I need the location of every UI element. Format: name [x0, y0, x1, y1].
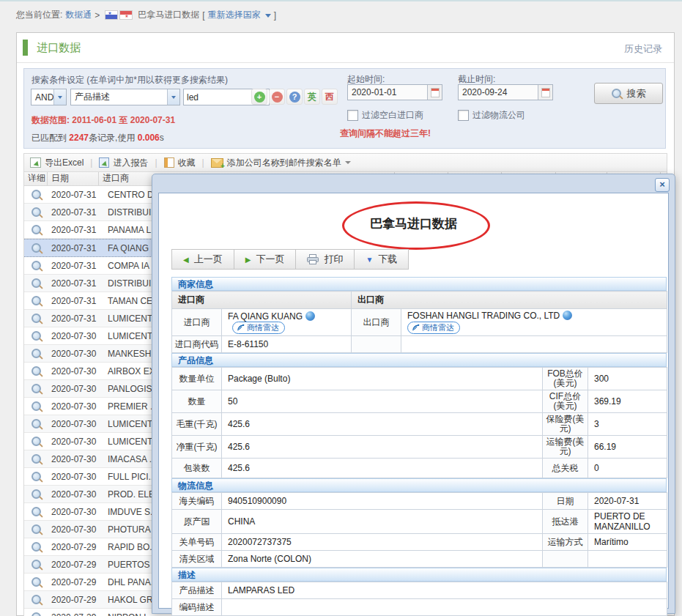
prev-page-button[interactable]: ◀ 上一页 [171, 249, 234, 270]
calendar-icon[interactable] [538, 85, 552, 100]
mail-icon [211, 158, 223, 168]
bracket-open: [ [202, 10, 204, 21]
magnifier-icon[interactable] [31, 190, 41, 199]
breadcrumb-separator: > [94, 10, 100, 21]
magnifier-icon[interactable] [31, 419, 41, 428]
modal-title: 巴拿马进口数据 [159, 215, 668, 232]
results-toolbar: 导出Excel | 进入报告 | 收藏 | 添加公司名称到邮件搜索名单 [24, 154, 667, 172]
download-button[interactable]: ▼ 下载 [354, 249, 409, 270]
globe-icon[interactable] [305, 311, 315, 321]
checkbox-filter-logistics[interactable] [458, 110, 469, 121]
next-page-button[interactable]: ▶ 下一页 [234, 249, 297, 270]
printer-icon [307, 254, 319, 264]
magnifier-icon[interactable] [31, 489, 41, 499]
bool-operator-select[interactable]: AND [31, 89, 67, 105]
magnifier-icon[interactable] [31, 542, 41, 552]
chevron-down-icon [167, 89, 179, 105]
magnifier-icon[interactable] [31, 612, 41, 616]
magnifier-icon[interactable] [31, 524, 41, 534]
close-icon[interactable]: × [655, 178, 670, 192]
exporter-value: FOSHAN HANGLI TRADING CO., LTD 商情雷达 [401, 309, 667, 336]
magnifier-icon[interactable] [31, 243, 41, 253]
question-icon: ? [289, 92, 300, 103]
magnifier-icon[interactable] [31, 278, 41, 288]
magnifier-icon[interactable] [31, 454, 41, 464]
magnifier-icon[interactable] [31, 296, 41, 305]
logistics-table: 海关编码940510900090日期2020-07-31 原产国CHINA抵达港… [171, 492, 667, 568]
search-button[interactable]: 搜索 [594, 83, 663, 104]
breadcrumb: 您当前位置: 数据通 > ★ ★ 巴拿马进口数据 [ 重新选择国家 ] [16, 9, 276, 21]
product-table: 数量单位Package (Bulto)FOB总价(美元)300 数量50CIF总… [171, 367, 667, 478]
search-panel: 搜索条件设定 (在单词中加*用以获得更多搜索结果) AND 产品描述 + − ?… [23, 68, 666, 149]
add-condition-button[interactable]: + [251, 89, 267, 105]
magnifier-icon[interactable] [31, 384, 41, 393]
magnifier-icon[interactable] [31, 401, 41, 411]
magnifier-icon[interactable] [31, 577, 41, 587]
favorite-icon [164, 157, 174, 168]
plus-icon: + [254, 92, 265, 103]
magnifier-icon[interactable] [31, 313, 41, 323]
calendar-icon[interactable] [427, 85, 442, 100]
magnifier-icon[interactable] [31, 437, 41, 446]
minus-icon: − [272, 92, 283, 103]
importer-code-label: 进口商代码 [172, 336, 222, 353]
magnifier-icon[interactable] [31, 349, 41, 358]
caret-down-icon [345, 161, 351, 167]
accent-bar [23, 40, 28, 56]
matched-count-text: 已匹配到 2247条记录,使用 0.006s [31, 132, 164, 144]
search-icon [612, 89, 621, 98]
excel-icon [30, 157, 41, 168]
magnifier-icon[interactable] [31, 261, 41, 270]
checkbox-filter-blank-importer[interactable] [347, 110, 358, 121]
caret-down-icon[interactable] [265, 14, 271, 21]
exporter-label: 出口商 [352, 309, 401, 336]
column-header-date[interactable]: 日期 [48, 172, 99, 185]
download-icon: ▼ [366, 256, 373, 264]
end-date-input[interactable]: 2020-09-24 [458, 84, 553, 100]
range-warning-text: 查询间隔不能超过三年! [340, 127, 431, 140]
magnifier-icon[interactable] [31, 207, 41, 217]
lang-english-button[interactable]: 英 [304, 89, 320, 105]
help-button[interactable]: ? [286, 89, 303, 105]
business-radar-badge[interactable]: 商情雷达 [232, 322, 285, 334]
search-hint: 搜索条件设定 (在单词中加*用以获得更多搜索结果) [31, 74, 228, 86]
reselect-country-link[interactable]: 重新选择国家 [208, 9, 261, 21]
modal-sections: 商家信息 进口商 出口商 进口商 FA QIANG KUANG [171, 277, 667, 616]
magnifier-icon[interactable] [31, 595, 41, 604]
history-link[interactable]: 历史记录 [624, 42, 662, 56]
section-header-product: 产品信息 [171, 353, 667, 367]
importer-value: FA QIANG KUANG 商情雷达 [222, 309, 352, 336]
importer-group-header: 进口商 [172, 292, 352, 309]
arrow-right-icon: ▶ [245, 256, 251, 264]
export-excel-button[interactable]: 导出Excel [30, 157, 84, 169]
favorite-button[interactable]: 收藏 [164, 157, 196, 169]
panama-flag-icon: ★ ★ [105, 10, 133, 20]
chevron-down-icon [53, 89, 66, 105]
add-to-mail-list-button[interactable]: 添加公司名称到邮件搜索名单 [211, 157, 351, 169]
top-accent-strip [0, 0, 682, 1]
section-header-logistics: 物流信息 [171, 478, 667, 492]
section-header-description: 描述 [171, 568, 667, 582]
magnifier-icon[interactable] [31, 560, 41, 569]
bracket-close: ] [274, 10, 276, 21]
enter-report-button[interactable]: 进入报告 [99, 157, 148, 169]
print-button[interactable]: 打印 [295, 249, 355, 270]
detail-modal: × 巴拿马进口数据 ◀ 上一页 ▶ 下一页 打印 ▼ 下载 [152, 174, 675, 614]
magnifier-icon[interactable] [31, 366, 41, 376]
lang-spanish-button[interactable]: 西 [322, 89, 338, 105]
remove-condition-button[interactable]: − [269, 89, 285, 105]
importer-label: 进口商 [172, 309, 222, 336]
radar-icon [412, 324, 420, 332]
search-field-select[interactable]: 产品描述 [70, 89, 180, 105]
filter-logistics: 过滤物流公司 [458, 109, 525, 122]
magnifier-icon[interactable] [31, 225, 41, 234]
business-radar-badge[interactable]: 商情雷达 [407, 322, 460, 334]
magnifier-icon[interactable] [31, 331, 41, 341]
breadcrumb-home-link[interactable]: 数据通 [65, 9, 92, 21]
start-date-input[interactable]: 2020-01-01 [347, 84, 442, 100]
magnifier-icon[interactable] [31, 472, 41, 481]
magnifier-icon[interactable] [31, 507, 41, 516]
matched-count: 2247 [69, 133, 89, 143]
column-header-detail[interactable]: 详细 [24, 172, 48, 185]
globe-icon[interactable] [563, 311, 572, 320]
